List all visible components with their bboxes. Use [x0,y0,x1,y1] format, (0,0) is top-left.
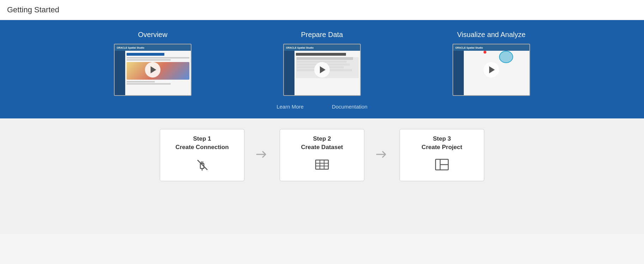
arrow-1 [255,149,269,161]
learn-more-link[interactable]: Learn More [277,104,304,110]
play-triangle-icon-2 [320,66,326,73]
step-2-number: Step 2 [313,135,331,142]
video-section-visualize: Visualize and Analyze ORACLE Spatial Stu… [414,31,569,96]
bottom-area [0,192,644,234]
step-1-label: Create Connection [175,144,229,151]
documentation-link[interactable]: Documentation [332,104,367,110]
overview-thumbnail[interactable]: ORACLE Spatial Studio [114,44,192,96]
video-section-prepare: Prepare Data ORACLE Spatial Studio [244,31,400,96]
visualize-thumbnail[interactable]: ORACLE Spatial Studio [452,44,530,96]
step-3-label: Create Project [421,144,462,151]
step-2-card[interactable]: Step 2 Create Dataset [280,129,364,181]
prepare-play-button[interactable] [314,62,330,78]
plug-icon [194,156,210,175]
page-title: Getting Started [7,5,59,14]
video-section-overview: Overview ORACLE Spatial Studio [75,31,230,96]
visualize-title: Visualize and Analyze [457,31,525,39]
banner-section: Overview ORACLE Spatial Studio [0,20,644,118]
visualize-play-button[interactable] [484,62,499,78]
prepare-thumbnail[interactable]: ORACLE Spatial Studio [283,44,361,96]
prepare-title: Prepare Data [301,31,343,39]
step-2-label: Create Dataset [301,144,343,151]
step-3-card[interactable]: Step 3 Create Project [400,129,484,181]
banner-links: Learn More Documentation [277,104,367,110]
step-3-number: Step 3 [433,135,451,142]
play-triangle-icon [151,66,156,73]
project-icon [434,156,450,175]
svg-rect-5 [316,160,328,169]
video-sections: Overview ORACLE Spatial Studio [75,31,569,96]
overview-title: Overview [138,31,167,39]
arrow-2 [375,149,389,161]
overview-play-button[interactable] [145,62,160,78]
step-1-number: Step 1 [193,135,211,142]
step-1-card[interactable]: Step 1 Create Connection [160,129,244,181]
header: Getting Started [0,0,644,20]
table-icon [314,156,330,175]
play-triangle-icon-3 [489,66,495,73]
steps-section: Step 1 Create Connection Step 2 Create [0,118,644,192]
